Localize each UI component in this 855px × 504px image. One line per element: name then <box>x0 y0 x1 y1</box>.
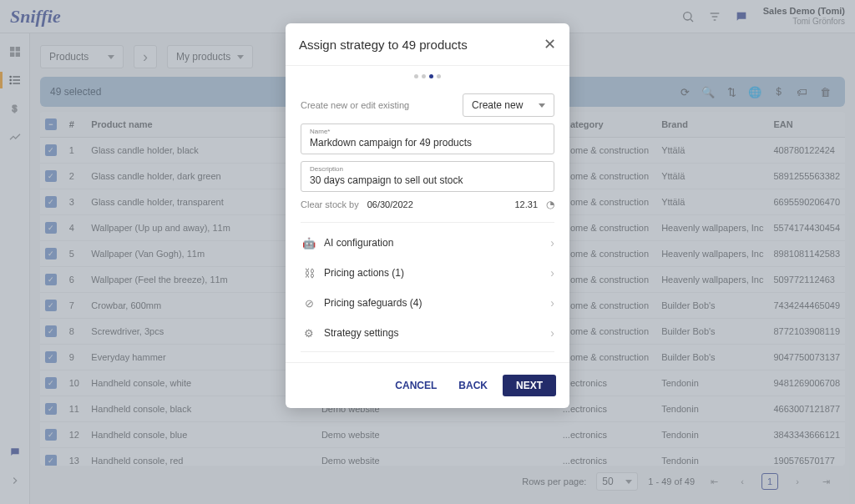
name-input[interactable] <box>310 135 545 149</box>
chevron-right-icon: › <box>550 236 554 249</box>
clear-stock-label: Clear stock by <box>301 199 359 209</box>
cancel-button[interactable]: CANCEL <box>388 375 443 396</box>
chevron-right-icon: › <box>550 266 554 280</box>
create-new-select[interactable]: Create new <box>463 93 554 117</box>
ai-config-row[interactable]: 🤖 AI configuration › <box>301 228 554 258</box>
name-field[interactable]: Name* <box>301 123 554 154</box>
description-field[interactable]: Description <box>301 161 554 192</box>
create-edit-label: Create new or edit existing <box>301 100 454 110</box>
clear-stock-time[interactable]: 12.31 <box>514 199 538 209</box>
back-button[interactable]: BACK <box>452 375 494 396</box>
strategy-settings-row[interactable]: ⚙ Strategy settings › <box>301 318 554 348</box>
clock-icon[interactable] <box>546 199 554 210</box>
pricing-actions-row[interactable]: ⛓ Pricing actions (1) › <box>301 258 554 288</box>
assign-strategy-dialog: Assign strategy to 49 products ✕ Create … <box>286 23 569 408</box>
gear-icon: ⚙ <box>301 327 317 340</box>
chevron-right-icon: › <box>550 326 554 340</box>
pricing-safeguards-row[interactable]: ⊘ Pricing safeguards (4) › <box>301 288 554 318</box>
next-button[interactable]: NEXT <box>503 375 556 396</box>
actions-icon: ⛓ <box>301 267 317 280</box>
description-input[interactable] <box>310 173 545 186</box>
clear-stock-date[interactable]: 06/30/2022 <box>367 199 413 209</box>
close-icon[interactable]: ✕ <box>544 35 556 53</box>
dialog-title: Assign strategy to 49 products <box>299 38 544 52</box>
chevron-right-icon: › <box>550 296 554 310</box>
ai-icon: 🤖 <box>301 237 317 249</box>
safeguards-icon: ⊘ <box>301 297 317 310</box>
modal-overlay: Assign strategy to 49 products ✕ Create … <box>0 0 855 504</box>
step-indicator <box>286 66 569 82</box>
